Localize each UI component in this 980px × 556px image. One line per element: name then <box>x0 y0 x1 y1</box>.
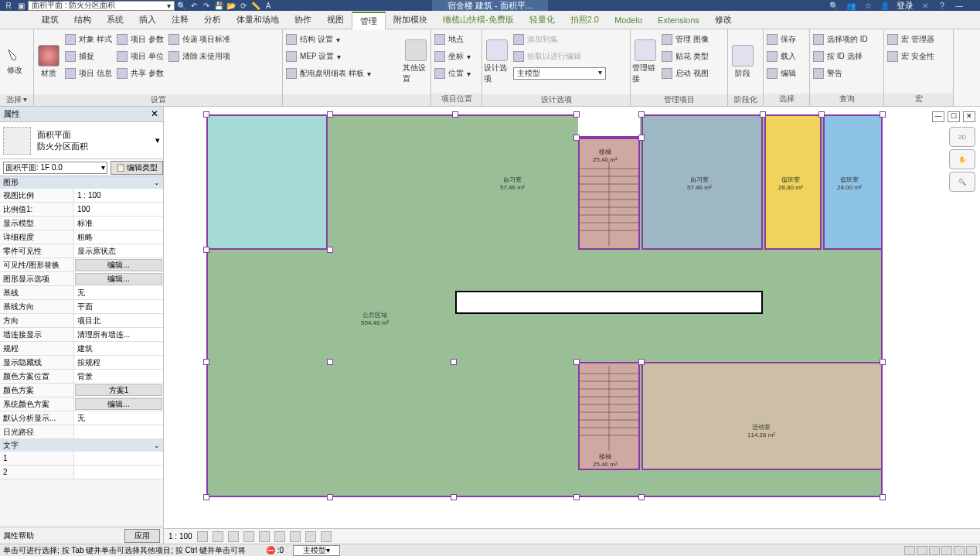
property-row[interactable]: 系统颜色方案编辑... <box>0 397 163 411</box>
property-row[interactable]: 方向项目北 <box>0 314 163 328</box>
tab-architecture[interactable]: 建筑 <box>34 11 66 29</box>
crop-view-icon[interactable] <box>259 531 270 542</box>
purge-unused-button[interactable]: 清除 未使用项 <box>167 48 233 65</box>
worksharing-icon[interactable] <box>321 531 332 542</box>
user-icon[interactable]: 👤 <box>880 1 890 10</box>
starting-view-button[interactable]: 启动 视图 <box>660 65 710 82</box>
tab-photo[interactable]: 拍照2.0 <box>563 11 607 29</box>
scale-display[interactable]: 1 : 100 <box>168 532 192 541</box>
modify-button[interactable]: 修改 <box>2 31 28 93</box>
sync-icon[interactable]: ⟳ <box>238 1 249 10</box>
location-button[interactable]: 地点 <box>433 31 472 48</box>
phases-button[interactable]: 阶段 <box>730 31 756 93</box>
close-icon[interactable]: ✕ <box>149 108 160 119</box>
property-row[interactable]: 比例值1:100 <box>0 203 163 217</box>
mep-settings-button[interactable]: MEP 设置 ▾ <box>284 48 401 65</box>
project-info-button[interactable]: 项目 信息 <box>63 65 114 82</box>
coordinates-button[interactable]: 坐标 ▾ <box>433 48 472 65</box>
tab-ols[interactable]: 橄榄山快模-免费版 <box>435 11 522 29</box>
transfer-standards-button[interactable]: 传递 项目标准 <box>167 31 233 48</box>
drag-elements-icon[interactable] <box>966 546 977 555</box>
drawing-canvas[interactable]: — ☐ ✕ 2D ✋ 🔍 公共区域554.48 <box>164 107 980 544</box>
exchange-icon[interactable]: ✕ <box>920 1 931 10</box>
navigation-bar[interactable]: 2D ✋ 🔍 <box>949 127 975 194</box>
tab-massing[interactable]: 体量和场地 <box>229 11 287 29</box>
text-row-1[interactable]: 1 <box>0 452 163 466</box>
status-main-model-combo[interactable]: 主模型 ▾ <box>293 545 340 556</box>
select-underlay-icon[interactable] <box>929 546 940 555</box>
manage-images-button[interactable]: 管理 图像 <box>660 31 710 48</box>
hide-isolate-icon[interactable] <box>290 531 301 542</box>
property-row[interactable]: 默认分析显示...无 <box>0 411 163 425</box>
apply-button[interactable]: 应用 <box>124 529 160 543</box>
visual-style-icon[interactable] <box>213 531 223 542</box>
save-icon[interactable]: 💾 <box>213 1 224 10</box>
macro-security-button[interactable]: 宏 安全性 <box>886 48 936 65</box>
room-r1[interactable] <box>206 114 328 250</box>
keyword-search-icon[interactable]: 🔍 <box>829 1 839 10</box>
tab-annotate[interactable]: 注释 <box>164 11 196 29</box>
shared-params-button[interactable]: 共享 参数 <box>115 65 165 82</box>
login-link[interactable]: 登录 <box>897 0 914 12</box>
home-icon[interactable]: ▣ <box>15 1 26 10</box>
search-icon[interactable]: 🔍 <box>176 1 187 10</box>
tab-addins[interactable]: 附加模块 <box>386 11 435 29</box>
tab-modify[interactable]: 修改 <box>707 11 740 29</box>
edit-type-button[interactable]: 📋编辑类型 <box>111 161 163 175</box>
crop-region-icon[interactable] <box>274 531 285 542</box>
tab-systems[interactable]: 系统 <box>99 11 131 29</box>
help-icon[interactable]: ? <box>937 1 948 10</box>
open-icon[interactable]: 📂 <box>226 1 236 10</box>
tab-light[interactable]: 轻量化 <box>522 11 563 29</box>
favorite-icon[interactable]: ☆ <box>863 1 873 10</box>
category-text[interactable]: 文字⌄ <box>0 439 163 452</box>
text-row-2[interactable]: 2 <box>0 466 163 479</box>
save-selection-button[interactable]: 保存 <box>765 31 798 48</box>
tab-collaborate[interactable]: 协作 <box>287 11 319 29</box>
structural-settings-button[interactable]: 结构 设置 ▾ <box>284 31 401 48</box>
tab-manage[interactable]: 管理 <box>352 12 386 29</box>
view-minimize-icon[interactable]: — <box>932 111 944 122</box>
shadows-icon[interactable] <box>243 531 254 542</box>
object-styles-button[interactable]: 对象 样式 <box>63 31 114 48</box>
property-row[interactable]: 基线方向平面 <box>0 300 163 314</box>
nav-2d-icon[interactable]: 2D <box>949 127 975 147</box>
detail-level-icon[interactable] <box>197 531 208 542</box>
property-row[interactable]: 视图比例1 : 100 <box>0 189 163 203</box>
manage-links-button[interactable]: 管理链接 <box>632 31 658 93</box>
subscribe-icon[interactable]: 👥 <box>846 1 856 10</box>
redo-icon[interactable]: ↷ <box>201 1 212 10</box>
nav-zoom-icon[interactable]: 🔍 <box>949 172 975 192</box>
property-row[interactable]: 显示隐藏线按规程 <box>0 356 163 370</box>
text-icon[interactable]: A <box>263 1 274 10</box>
property-row[interactable]: 可见性/图形替换编辑... <box>0 258 163 272</box>
property-row[interactable]: 基线无 <box>0 286 163 300</box>
tab-analyze[interactable]: 分析 <box>196 11 229 29</box>
decal-types-button[interactable]: 贴花 类型 <box>660 48 710 65</box>
load-selection-button[interactable]: 载入 <box>765 48 798 65</box>
design-options-button[interactable]: 设计选项 <box>484 31 510 93</box>
select-face-icon[interactable] <box>954 546 965 555</box>
property-row[interactable]: 零件可见性显示原状态 <box>0 244 163 258</box>
warnings-button[interactable]: 警告 <box>812 65 869 82</box>
property-row[interactable]: 图形显示选项编辑... <box>0 272 163 286</box>
tab-view[interactable]: 视图 <box>319 11 352 29</box>
materials-button[interactable]: 材质 <box>36 31 62 93</box>
tab-structure[interactable]: 结构 <box>66 11 99 29</box>
room-r5[interactable] <box>641 362 883 470</box>
property-row[interactable]: 颜色方案方案1 <box>0 384 163 397</box>
property-row[interactable]: 规程建筑 <box>0 342 163 356</box>
tab-extensions[interactable]: Extensions <box>650 11 707 29</box>
edit-selection-button[interactable]: 编辑 <box>765 65 798 82</box>
tab-insert[interactable]: 插入 <box>131 11 164 29</box>
properties-help[interactable]: 属性帮助 <box>3 530 34 541</box>
other-settings-button[interactable]: 其他设置 <box>403 31 429 93</box>
property-row[interactable]: 墙连接显示清理所有墙连... <box>0 328 163 342</box>
property-row[interactable]: 日光路径 <box>0 425 163 439</box>
view-combo[interactable]: 面积平面 : 防火分区面积▾ <box>28 1 175 11</box>
nav-pan-icon[interactable]: ✋ <box>949 149 975 169</box>
view-close-icon[interactable]: ✕ <box>963 111 975 122</box>
project-params-button[interactable]: 项目 参数 <box>115 31 165 48</box>
reveal-hidden-icon[interactable] <box>305 531 316 542</box>
property-row[interactable]: 显示模型标准 <box>0 217 163 230</box>
